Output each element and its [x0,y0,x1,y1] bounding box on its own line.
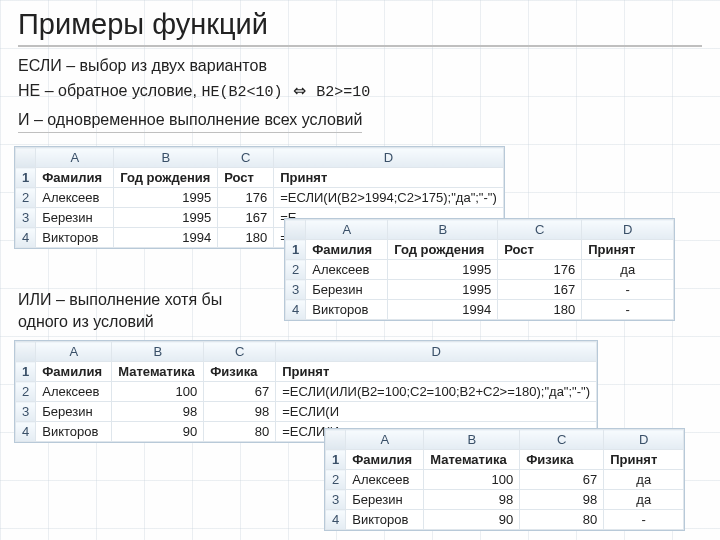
fn-esli: ЕСЛИ [18,57,62,74]
code-ne-right: B2>=10 [316,84,370,101]
line-i: И – одновременное выполнение всех услови… [18,109,362,134]
line-esli: ЕСЛИ – выбор из двух вариантов [18,55,702,77]
code-ne-left: НЕ(B2<10) [201,84,282,101]
table-row: 2Алексеев10067да [326,470,684,490]
table-row: 1ФамилияМатематикаФизикаПринят [326,450,684,470]
page-title: Примеры функций [18,8,702,47]
table-row: 3Березин9898=ЕСЛИ(И [16,402,597,422]
sheet-ili-results: A B C D 1ФамилияМатематикаФизикаПринят 2… [324,428,685,531]
fn-ne: НЕ [18,82,40,99]
table-row: 1ФамилияГод рожденияРостПринят [16,168,504,188]
fn-ili: ИЛИ [18,291,52,308]
line-ne: НЕ – обратное условие, НЕ(B2<10) ⇔ B2>=1… [18,80,702,103]
table-row: 1ФамилияМатематикаФизикаПринят [16,362,597,382]
table-row: 4Викторов9080- [326,510,684,530]
table-row: 1ФамилияГод рожденияРостПринят [286,240,674,260]
table-row: 2Алексеев10067=ЕСЛИ(ИЛИ(B2=100;C2=100;B2… [16,382,597,402]
table-row: 3Березин9898да [326,490,684,510]
table-row: 2Алексеев1995176да [286,260,674,280]
line-ili: ИЛИ – выполнение хотя бы одного из услов… [18,289,268,332]
table-row: 4Викторов1994180- [286,300,674,320]
iff-icon: ⇔ [287,82,312,99]
table-row: 3Березин1995167- [286,280,674,300]
table-row: 2Алексеев1995176=ЕСЛИ(И(B2>1994;C2>175);… [16,188,504,208]
fn-i: И [18,111,30,128]
sheet-i-results: A B C D 1ФамилияГод рожденияРостПринят 2… [284,218,675,321]
